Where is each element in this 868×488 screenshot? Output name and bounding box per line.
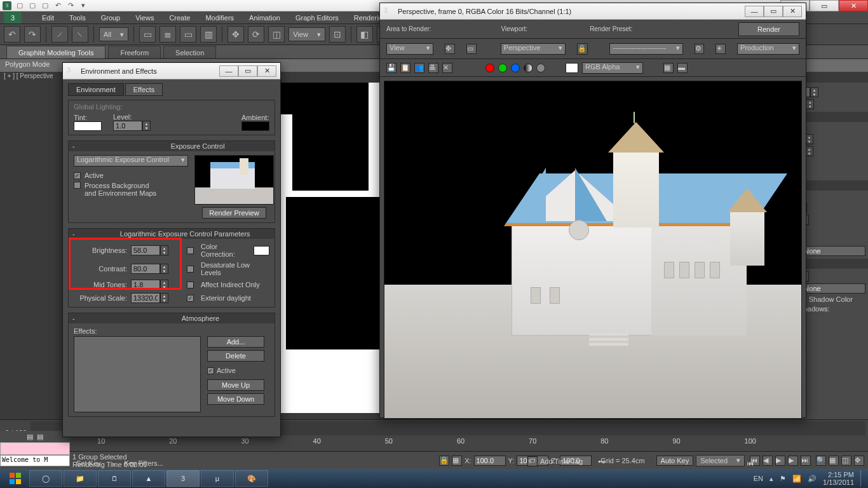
- atm-movedown-button[interactable]: Move Down: [207, 393, 264, 405]
- atm-add-button[interactable]: Add...: [207, 336, 264, 348]
- qat-redo-icon[interactable]: ↷: [66, 1, 75, 10]
- task-explorer[interactable]: 📁: [64, 470, 97, 487]
- task-utorrent[interactable]: µ: [201, 470, 234, 487]
- physical-spinner[interactable]: ▲▼: [131, 293, 169, 303]
- atm-active-checkbox[interactable]: ✓: [207, 367, 214, 374]
- print-image-icon[interactable]: 🖶: [428, 63, 438, 73]
- render-close-button[interactable]: ✕: [783, 6, 802, 17]
- production-select[interactable]: Production▾: [737, 43, 799, 55]
- window-crossing-button[interactable]: ▥: [200, 26, 217, 43]
- affect-checkbox[interactable]: [187, 281, 194, 288]
- select-object-button[interactable]: ▭: [139, 26, 156, 43]
- task-paint[interactable]: 🎨: [235, 470, 268, 487]
- maxscript-mini-icon[interactable]: ▤: [27, 433, 33, 441]
- tray-flag-icon[interactable]: ⚑: [780, 475, 786, 483]
- select-region-button[interactable]: ▭: [180, 26, 196, 43]
- exposure-collapse-icon[interactable]: -: [72, 142, 79, 150]
- task-sticky[interactable]: 🗒: [98, 470, 131, 487]
- preset-select[interactable]: -----------------------▾: [609, 43, 682, 55]
- nav-fov-icon[interactable]: ◫: [841, 456, 851, 466]
- menu-edit[interactable]: Edit: [42, 14, 54, 22]
- atm-moveup-button[interactable]: Move Up: [207, 379, 264, 391]
- lang-indicator[interactable]: EN: [754, 475, 763, 482]
- render-min-button[interactable]: —: [745, 6, 764, 17]
- logparams-collapse-icon[interactable]: -: [72, 230, 79, 238]
- ambient-swatch[interactable]: [241, 121, 269, 131]
- tray-vol-icon[interactable]: 🔊: [808, 475, 817, 483]
- tray-up-icon[interactable]: ▴: [770, 475, 773, 483]
- channel-green-icon[interactable]: [498, 64, 507, 72]
- menu-views[interactable]: Views: [135, 14, 154, 22]
- area-edit-icon[interactable]: ✥: [445, 44, 455, 54]
- render-title-bar[interactable]: 3 Perspective, frame 0, RGBA Color 16 Bi…: [380, 3, 806, 20]
- render-button[interactable]: Render: [738, 22, 799, 36]
- start-button[interactable]: [3, 470, 28, 487]
- render-setup-icon[interactable]: ⚙: [695, 44, 705, 54]
- colorcorr-swatch[interactable]: [254, 246, 269, 255]
- midtones-spinner[interactable]: ▲▼: [131, 280, 169, 290]
- clone-image-icon[interactable]: 👥: [414, 63, 424, 73]
- menu-grapheditors[interactable]: Graph Editors: [295, 14, 339, 22]
- env-tab-environment[interactable]: Environment: [68, 83, 124, 96]
- pivot-button[interactable]: ⊡: [329, 26, 346, 43]
- tint-swatch[interactable]: [74, 121, 102, 131]
- app-menu-icon[interactable]: 3: [4, 12, 22, 24]
- exterior-checkbox[interactable]: ✓: [187, 295, 194, 302]
- area-select[interactable]: View▾: [386, 43, 433, 55]
- viewport-lock-icon[interactable]: 🔒: [577, 43, 588, 55]
- qat-open-icon[interactable]: ▢: [28, 1, 37, 10]
- ribbon-tab-freeform[interactable]: Freeform: [108, 46, 161, 58]
- play-next-icon[interactable]: ▶: [788, 456, 798, 466]
- manip-button[interactable]: ◧: [356, 26, 373, 43]
- save-image-icon[interactable]: 💾: [386, 63, 397, 73]
- render-env-icon[interactable]: ☀: [715, 44, 726, 54]
- clear-image-icon[interactable]: ✕: [442, 63, 452, 73]
- show-desktop[interactable]: [860, 470, 865, 487]
- setkey-button[interactable]: Set Key: [72, 459, 105, 467]
- channel-select[interactable]: RGB Alpha▾: [582, 62, 643, 74]
- level-spinner[interactable]: ▲▼: [113, 121, 151, 131]
- nav-zoomall-icon[interactable]: ▦: [829, 456, 839, 466]
- viewport-select[interactable]: Perspective▾: [501, 43, 566, 55]
- undo-button[interactable]: ↶: [4, 26, 20, 43]
- qat-undo-icon[interactable]: ↶: [53, 1, 62, 10]
- main-close-button[interactable]: ✕: [839, 0, 868, 11]
- menu-create[interactable]: Create: [169, 14, 190, 22]
- env-tab-effects[interactable]: Effects: [125, 83, 163, 96]
- select-name-button[interactable]: ≣: [159, 26, 176, 43]
- rotate-button[interactable]: ⟳: [248, 26, 264, 43]
- listener-output[interactable]: [0, 442, 70, 455]
- qat-new-icon[interactable]: ▢: [15, 1, 24, 10]
- menu-modifiers[interactable]: Modifiers: [205, 14, 234, 22]
- play-end-icon[interactable]: ⏭: [801, 456, 811, 466]
- toggle-overlay-icon[interactable]: ▦: [663, 63, 674, 73]
- play-prev-icon[interactable]: ◀: [763, 456, 773, 466]
- tray-net-icon[interactable]: 📶: [792, 475, 801, 483]
- scale-button[interactable]: ◫: [268, 26, 285, 43]
- atm-delete-button[interactable]: Delete: [207, 350, 264, 362]
- atmosphere-collapse-icon[interactable]: -: [72, 315, 79, 322]
- channel-mono-icon[interactable]: [536, 64, 545, 72]
- render-max-button[interactable]: ▭: [764, 6, 783, 17]
- env-close-button[interactable]: ✕: [257, 65, 276, 77]
- ribbon-tab-selection[interactable]: Selection: [163, 46, 216, 58]
- channel-red-icon[interactable]: [485, 64, 494, 72]
- area-auto-icon[interactable]: ▭: [466, 44, 477, 54]
- move-button[interactable]: ✥: [227, 26, 244, 43]
- nav-pan-icon[interactable]: ✥: [854, 456, 864, 466]
- menu-group[interactable]: Group: [101, 14, 121, 22]
- processbg-checkbox[interactable]: [74, 182, 81, 189]
- env-max-button[interactable]: ▭: [238, 65, 257, 77]
- qat-more-icon[interactable]: ▾: [79, 1, 88, 10]
- listener-mini-icon[interactable]: ▤: [37, 433, 43, 441]
- brightness-spinner[interactable]: ▲▼: [131, 245, 169, 255]
- env-min-button[interactable]: —: [219, 65, 238, 77]
- colorcorr-checkbox[interactable]: [187, 247, 194, 254]
- clock[interactable]: 2:15 PM 1/13/2011: [823, 471, 854, 486]
- refcoord-select[interactable]: View▾: [288, 27, 325, 41]
- timetag-icon[interactable]: 🏷: [527, 456, 538, 466]
- task-vlc[interactable]: ▲: [132, 470, 165, 487]
- redo-button[interactable]: ↷: [24, 26, 41, 43]
- task-3dsmax[interactable]: 3: [166, 470, 200, 487]
- keyfilters-button[interactable]: Key Filters...: [121, 459, 167, 467]
